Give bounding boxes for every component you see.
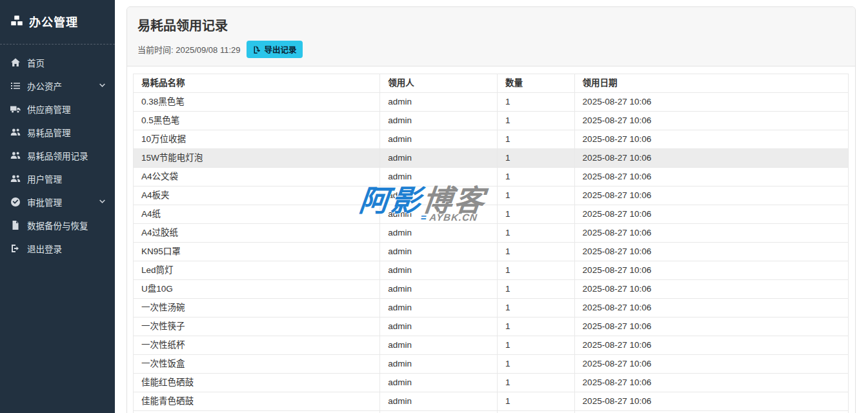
table-cell: admin	[380, 224, 498, 243]
table-cell: 15W节能电灯泡	[134, 149, 380, 168]
sidebar-item-consumables-management[interactable]: 易耗品管理	[0, 121, 115, 144]
sidebar-item-label: 用户管理	[27, 172, 62, 185]
sidebar-item-label: 易耗品领用记录	[27, 149, 88, 162]
table-cell: 一次性筷子	[134, 317, 380, 336]
sidebar-item-label: 易耗品管理	[27, 126, 71, 139]
table-cell: 0.5黑色笔	[134, 112, 380, 130]
table-cell: admin	[380, 392, 498, 411]
table-row[interactable]: 佳能红色硒鼓admin12025-08-27 10:06	[134, 374, 849, 392]
table-cell: 2025-08-27 10:06	[574, 411, 848, 413]
truck-icon	[10, 104, 21, 114]
export-records-button[interactable]: 导出记录	[247, 41, 303, 58]
table-cell: 2025-08-27 10:06	[574, 299, 848, 317]
table-cell: admin	[380, 411, 498, 413]
table-cell: 2025-08-27 10:06	[574, 149, 848, 168]
table-cell: 1	[497, 149, 574, 168]
table-row[interactable]: 佳能黄色硒鼓admin12025-08-27 10:06	[134, 411, 849, 413]
current-time-text: 当前时间: 2025/09/08 11:29	[137, 43, 240, 55]
column-header: 领用人	[380, 74, 498, 93]
table-cell: 2025-08-27 10:06	[574, 374, 848, 392]
logout-icon	[10, 243, 21, 254]
table-cell: 2025-08-27 10:06	[574, 205, 848, 224]
table-row[interactable]: 一次性汤碗admin12025-08-27 10:06	[134, 299, 849, 317]
home-icon	[10, 57, 21, 68]
sidebar-item-label: 首页	[27, 56, 45, 69]
table-cell: admin	[380, 355, 498, 374]
column-header: 数量	[497, 74, 574, 93]
records-table: 易耗品名称领用人数量领用日期 0.38黑色笔admin12025-08-27 1…	[133, 74, 849, 413]
card-body: 易耗品名称领用人数量领用日期 0.38黑色笔admin12025-08-27 1…	[127, 66, 855, 413]
file-export-icon	[253, 46, 261, 54]
table-row[interactable]: A4过胶纸admin12025-08-27 10:06	[134, 224, 849, 243]
meta-row: 当前时间: 2025/09/08 11:29 导出记录	[137, 41, 845, 58]
table-row[interactable]: Led筒灯admin12025-08-27 10:06	[134, 261, 849, 280]
table-row[interactable]: A4板夹admin12025-08-27 10:06	[134, 186, 849, 205]
table-row[interactable]: 一次性筷子admin12025-08-27 10:06	[134, 317, 849, 336]
sidebar-item-label: 审批管理	[27, 196, 62, 208]
export-button-label: 导出记录	[264, 43, 296, 55]
table-row[interactable]: 10万位收据admin12025-08-27 10:06	[134, 130, 849, 149]
table-row[interactable]: 0.38黑色笔admin12025-08-27 10:06	[134, 93, 849, 112]
sidebar-item-label: 办公资产	[27, 79, 62, 92]
table-row[interactable]: 0.5黑色笔admin12025-08-27 10:06	[134, 112, 849, 130]
column-header: 领用日期	[574, 74, 848, 93]
table-row[interactable]: U盘10Gadmin12025-08-27 10:06	[134, 280, 849, 299]
sidebar-item-office-assets[interactable]: 办公资产	[0, 74, 115, 97]
table-cell: 1	[497, 186, 574, 205]
table-cell: admin	[380, 336, 498, 355]
table-row[interactable]: 一次性饭盒admin12025-08-27 10:06	[134, 355, 849, 374]
table-cell: 1	[497, 299, 574, 317]
table-cell: 2025-08-27 10:06	[574, 243, 848, 261]
table-row[interactable]: A4纸admin12025-08-27 10:06	[134, 205, 849, 224]
table-cell: admin	[380, 374, 498, 392]
sidebar-item-supplier-management[interactable]: 供应商管理	[0, 97, 115, 121]
sidebar-item-label: 数据备份与恢复	[27, 219, 88, 232]
sidebar-item-user-management[interactable]: 用户管理	[0, 167, 115, 190]
main-content: 易耗品领用记录 当前时间: 2025/09/08 11:29 导出记录 易耗品名…	[115, 0, 868, 413]
table-row[interactable]: 15W节能电灯泡admin12025-08-27 10:06	[134, 149, 849, 168]
sidebar-item-approval-management[interactable]: 审批管理	[0, 190, 115, 214]
sidebar-item-label: 退出登录	[27, 242, 62, 255]
table-row[interactable]: 佳能青色硒鼓admin12025-08-27 10:06	[134, 392, 849, 411]
table-row[interactable]: 一次性纸杯admin12025-08-27 10:06	[134, 336, 849, 355]
table-cell: 2025-08-27 10:06	[574, 261, 848, 280]
table-cell: admin	[380, 168, 498, 186]
sidebar-item-logout[interactable]: 退出登录	[0, 237, 115, 260]
table-cell: 2025-08-27 10:06	[574, 168, 848, 186]
table-cell: 2025-08-27 10:06	[574, 93, 848, 112]
table-cell: admin	[380, 149, 498, 168]
table-cell: 一次性纸杯	[134, 336, 380, 355]
sidebar-item-label: 供应商管理	[27, 103, 71, 116]
card-header: 易耗品领用记录 当前时间: 2025/09/08 11:29 导出记录	[127, 7, 855, 66]
table-cell: 2025-08-27 10:06	[574, 336, 848, 355]
table-cell: 1	[497, 317, 574, 336]
sidebar-item-consumables-usage-records[interactable]: 易耗品领用记录	[0, 144, 115, 167]
table-cell: 1	[497, 224, 574, 243]
chevron-down-icon	[98, 197, 106, 206]
table-cell: admin	[380, 280, 498, 299]
table-cell: 1	[497, 280, 574, 299]
table-cell: admin	[380, 93, 498, 112]
table-header: 易耗品名称领用人数量领用日期	[134, 74, 849, 93]
table-cell: 1	[497, 374, 574, 392]
app-logo: 办公管理	[0, 0, 115, 41]
table-cell: 2025-08-27 10:06	[574, 112, 848, 130]
table-row[interactable]: A4公文袋admin12025-08-27 10:06	[134, 168, 849, 186]
table-cell: 2025-08-27 10:06	[574, 355, 848, 374]
sidebar-item-data-backup-restore[interactable]: 数据备份与恢复	[0, 214, 115, 237]
records-card: 易耗品领用记录 当前时间: 2025/09/08 11:29 导出记录 易耗品名…	[126, 6, 856, 413]
table-cell: 0.38黑色笔	[134, 93, 380, 112]
table-cell: 1	[497, 130, 574, 149]
table-cell: 1	[497, 205, 574, 224]
table-cell: 1	[497, 93, 574, 112]
table-row[interactable]: KN95口罩admin12025-08-27 10:06	[134, 243, 849, 261]
table-cell: 1	[497, 355, 574, 374]
check-circle-icon	[10, 197, 21, 207]
table-cell: 佳能红色硒鼓	[134, 374, 380, 392]
table-cell: 1	[497, 168, 574, 186]
sidebar-item-home[interactable]: 首页	[0, 51, 115, 74]
table-cell: admin	[380, 261, 498, 280]
table-cell: 1	[497, 392, 574, 411]
table-cell: admin	[380, 112, 498, 130]
table-cell: 2025-08-27 10:06	[574, 130, 848, 149]
